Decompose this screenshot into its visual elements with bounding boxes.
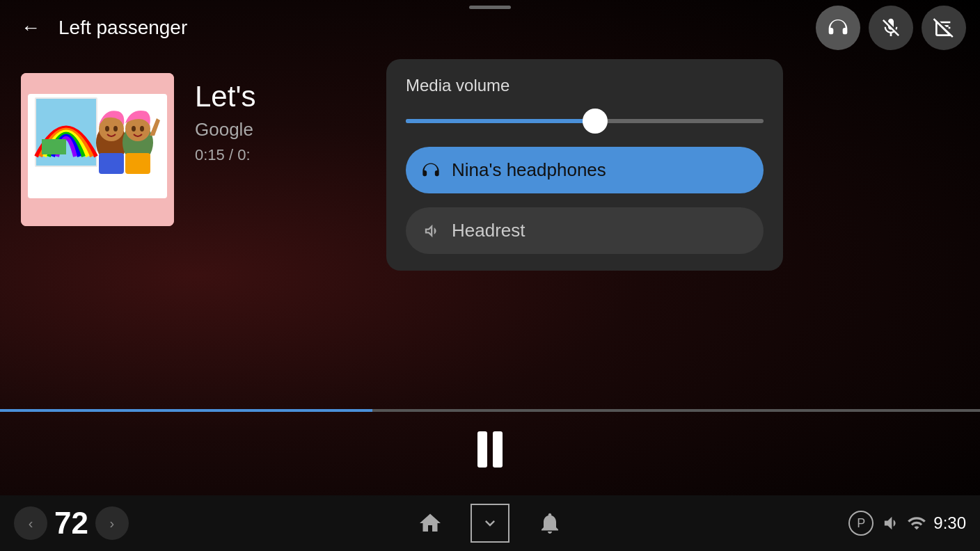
volume-status-icon [880, 513, 900, 533]
p-label: P [857, 516, 865, 531]
volume-slider-fill [406, 119, 595, 123]
home-icon [418, 511, 443, 536]
signal-icon [907, 513, 926, 533]
collapse-button[interactable] [471, 504, 509, 543]
back-button[interactable]: ← [14, 11, 47, 45]
audio-option-headrest[interactable]: Headrest [406, 207, 764, 254]
bottom-center [153, 504, 827, 543]
speaker-option-icon [421, 221, 441, 241]
notification-button[interactable] [530, 504, 569, 543]
svg-rect-9 [99, 153, 124, 174]
progress-bar-container[interactable] [0, 409, 980, 412]
time-display: 9:30 [933, 513, 966, 533]
headphones-option-icon [421, 161, 441, 180]
top-bar: ← Left passenger [0, 0, 980, 56]
svg-rect-4 [42, 139, 66, 154]
song-time: 0:15 / 0: [195, 146, 255, 164]
svg-point-7 [105, 126, 109, 131]
top-bar-left: ← Left passenger [14, 11, 816, 45]
volume-slider-thumb[interactable] [583, 109, 608, 134]
screen-off-icon [933, 17, 955, 39]
bottom-bar: ‹ 72 › P [0, 495, 980, 551]
speaker-icon [421, 221, 441, 241]
page-title: Left passenger [58, 17, 187, 39]
home-button[interactable] [411, 504, 450, 543]
song-info: Let's Google 0:15 / 0: [195, 73, 255, 164]
progress-bar-fill [0, 409, 372, 412]
volume-label: Media volume [406, 76, 764, 95]
channel-number: 72 [54, 506, 88, 541]
headphones-button[interactable] [816, 6, 860, 50]
top-bar-right [816, 6, 966, 50]
mic-off-icon [880, 17, 902, 39]
audio-option-ninas-headphones[interactable]: Nina's headphones [406, 147, 764, 193]
headphones-small-icon [421, 161, 441, 180]
album-art-image [21, 73, 174, 226]
ninas-headphones-label: Nina's headphones [452, 159, 606, 181]
bottom-left: ‹ 72 › [0, 506, 153, 541]
prev-arrow-icon: ‹ [29, 516, 33, 532]
song-title: Let's [195, 80, 255, 113]
headphones-icon [827, 17, 849, 39]
headrest-label: Headrest [452, 220, 525, 241]
channel-prev-button[interactable]: ‹ [14, 506, 47, 540]
album-art [21, 73, 174, 226]
pause-button[interactable] [477, 431, 503, 468]
pause-bar-right [493, 431, 503, 468]
svg-rect-14 [125, 153, 150, 174]
pause-bar-left [477, 431, 487, 468]
bell-icon [537, 511, 562, 536]
playback-controls [477, 431, 503, 468]
svg-point-8 [113, 126, 118, 131]
bottom-right: P 9:30 [827, 511, 980, 536]
volume-slider-track[interactable] [406, 119, 764, 123]
channel-next-button[interactable]: › [95, 506, 129, 540]
next-arrow-icon: › [110, 516, 115, 532]
chevron-down-icon [480, 513, 500, 533]
p-badge: P [848, 511, 874, 536]
back-arrow-icon: ← [21, 17, 40, 39]
song-artist: Google [195, 119, 255, 141]
svg-point-13 [140, 126, 144, 131]
screen-off-button[interactable] [922, 6, 966, 50]
volume-popup: Media volume Nina's headphones Headrest [386, 59, 783, 271]
mic-off-button[interactable] [869, 6, 913, 50]
svg-point-12 [132, 126, 136, 131]
